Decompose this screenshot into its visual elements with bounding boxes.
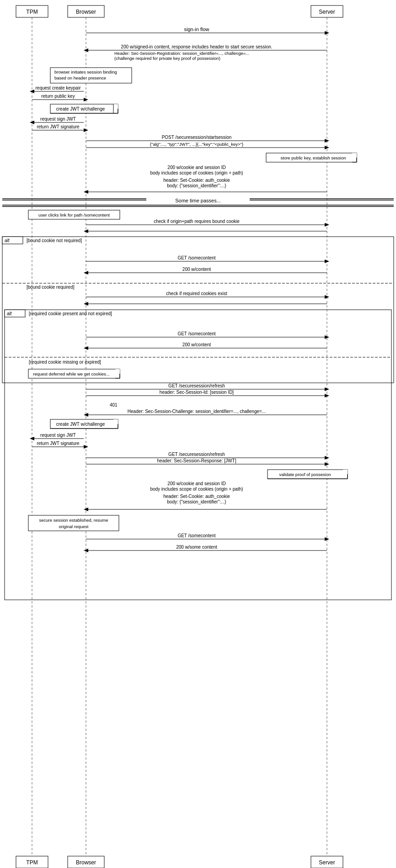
svg-text:body: {"session_identifier":..: body: {"session_identifier":...}	[167, 183, 226, 188]
svg-text:body: {"session_identifier":..: body: {"session_identifier":...}	[167, 499, 226, 504]
svg-text:create JWT w/challenge: create JWT w/challenge	[56, 422, 105, 427]
svg-text:original request: original request	[59, 524, 89, 529]
svg-text:GET /securesession/refresh: GET /securesession/refresh	[168, 383, 225, 388]
svg-text:check if origin+path requires : check if origin+path requires bound cook…	[154, 219, 240, 224]
svg-text:return public key: return public key	[41, 94, 75, 99]
svg-text:alt: alt	[5, 238, 10, 243]
svg-text:browser initiates session bind: browser initiates session binding	[54, 69, 117, 74]
svg-rect-125	[113, 419, 118, 424]
svg-text:body includes scope of cookies: body includes scope of cookies (origin +…	[150, 487, 243, 492]
svg-text:[required cookie missing or ex: [required cookie missing or expired]	[29, 360, 101, 365]
svg-text:TPM: TPM	[26, 859, 37, 866]
svg-text:GET /somecontent: GET /somecontent	[177, 533, 215, 538]
svg-text:Server: Server	[319, 859, 335, 866]
svg-text:401: 401	[110, 402, 118, 408]
svg-text:200 w/content: 200 w/content	[182, 342, 211, 347]
svg-text:return JWT signature: return JWT signature	[37, 441, 80, 446]
svg-rect-143	[343, 470, 348, 474]
svg-text:200 w/some content: 200 w/some content	[176, 545, 217, 550]
svg-text:POST /securesession/startsessi: POST /securesession/startsession	[162, 135, 232, 140]
svg-rect-35	[113, 104, 118, 109]
svg-text:request sign JWT: request sign JWT	[40, 116, 76, 122]
svg-text:check if required cookies exis: check if required cookies exist	[166, 291, 227, 296]
svg-text:[required cookie present and n: [required cookie present and not expired…	[29, 311, 112, 316]
svg-text:Header: Sec-Session-Challenge:: Header: Sec-Session-Challenge: session_i…	[128, 409, 266, 414]
svg-text:header: Set-Cookie: auth_cooki: header: Set-Cookie: auth_cookie	[163, 494, 230, 499]
svg-text:create JWT w/challenge: create JWT w/challenge	[56, 106, 105, 111]
svg-text:200 w/cookie and session ID: 200 w/cookie and session ID	[167, 165, 225, 170]
svg-text:sign-in flow: sign-in flow	[184, 26, 209, 32]
svg-text:secure session established, re: secure session established, resume	[39, 518, 108, 523]
svg-text:request create keypair: request create keypair	[36, 85, 81, 90]
svg-text:header: Sec-Session-Response: : header: Sec-Session-Response: [JWT]	[157, 458, 236, 463]
svg-text:Some time passes...: Some time passes...	[175, 198, 221, 203]
svg-text:200 w/signed-in content, respo: 200 w/signed-in content, response includ…	[121, 44, 272, 49]
svg-text:{"alg":..., "typ":"JWT", ...}{: {"alg":..., "typ":"JWT", ...}{..."key":"…	[150, 142, 243, 147]
sequence-diagram: TPM Browser Server TPM Browser Server si…	[0, 0, 396, 868]
diagram-container: TPM Browser Server TPM Browser Server si…	[0, 0, 396, 868]
svg-text:based on header presence: based on header presence	[54, 75, 106, 80]
svg-text:Header: Sec-Session-Registrati: Header: Sec-Session-Registration: sessio…	[114, 51, 249, 56]
svg-text:GET /somecontent: GET /somecontent	[177, 331, 215, 336]
svg-text:GET /somecontent: GET /somecontent	[177, 255, 215, 260]
svg-text:request deferred while we get : request deferred while we get cookies...	[33, 371, 109, 376]
svg-text:[bound cookie not required]: [bound cookie not required]	[27, 238, 82, 243]
svg-rect-55	[352, 153, 357, 158]
svg-text:200 w/content: 200 w/content	[182, 267, 211, 272]
svg-text:200 w/cookie and session ID: 200 w/cookie and session ID	[167, 481, 225, 486]
svg-text:header: Sec-Session-Id: [sessi: header: Sec-Session-Id: [session ID]	[160, 390, 234, 395]
svg-text:validate proof of possesion: validate proof of possesion	[279, 472, 331, 477]
svg-text:TPM: TPM	[26, 9, 37, 15]
svg-text:body includes scope of cookies: body includes scope of cookies (origin +…	[150, 170, 243, 175]
svg-text:GET /securesession/refresh: GET /securesession/refresh	[168, 452, 225, 457]
svg-text:header: Set-Cookie: auth_cooki: header: Set-Cookie: auth_cookie	[163, 178, 230, 183]
svg-text:return JWT signature: return JWT signature	[37, 124, 80, 129]
svg-text:store public key, establish se: store public key, establish session	[281, 155, 346, 160]
svg-text:Browser: Browser	[76, 859, 96, 866]
svg-text:[bound cookie required]: [bound cookie required]	[27, 285, 75, 290]
svg-text:Server: Server	[319, 9, 335, 15]
svg-text:alt: alt	[7, 311, 12, 316]
svg-text:(challenge required for privat: (challenge required for private key proo…	[114, 56, 220, 61]
svg-text:request sign JWT: request sign JWT	[40, 433, 76, 438]
svg-text:user clicks link for path /som: user clicks link for path /somecontent	[38, 212, 110, 217]
svg-rect-109	[115, 369, 120, 374]
svg-text:Browser: Browser	[76, 9, 96, 15]
